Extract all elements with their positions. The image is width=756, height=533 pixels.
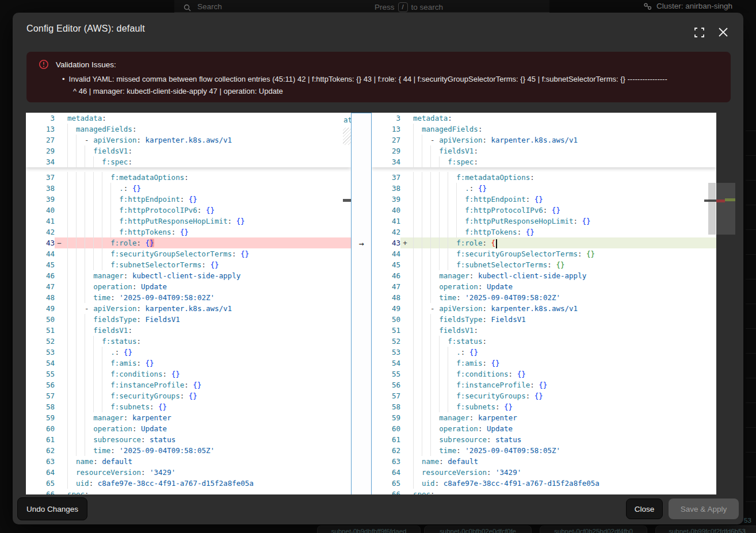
code-line-text[interactable]: fieldsType: FieldsV1 — [64, 314, 351, 325]
save-apply-button[interactable]: Save & Apply — [669, 499, 739, 519]
code-line-text[interactable]: f:securityGroupSelectorTerms: {} — [410, 248, 716, 259]
code-line-text[interactable]: fieldsV1: — [64, 145, 351, 156]
code-line-text[interactable]: metadata: — [410, 113, 716, 124]
code-line-text[interactable]: manager: karpenter — [64, 412, 351, 423]
code-line-text[interactable]: f:status: — [410, 336, 716, 347]
code-line-text[interactable]: metadata: — [64, 113, 351, 124]
code-line-text[interactable]: spec: — [410, 489, 716, 494]
code-line-text[interactable]: name: default — [410, 456, 716, 467]
code-line-text[interactable]: f:httpProtocolIPv6: {} — [64, 205, 351, 216]
undo-changes-button[interactable]: Undo Changes — [17, 497, 87, 520]
diff-editor[interactable]: 3metadata:13 managedFields:27 - apiVersi… — [26, 113, 716, 494]
code-line-text[interactable]: uid: c8afe97e-38cc-4f91-a767-d15f2a8fe05… — [410, 478, 716, 489]
code-line-text[interactable]: - apiVersion: karpenter.k8s.aws/v1 — [410, 135, 716, 145]
original-editor[interactable]: 3metadata:13 managedFields:27 - apiVersi… — [26, 113, 351, 494]
code-line-text[interactable]: subresource: status — [64, 434, 351, 445]
code-line-text[interactable]: f:httpTokens: {} — [64, 227, 351, 237]
code-line-text[interactable]: f:conditions: {} — [410, 369, 716, 379]
code-line-text[interactable]: time: '2025-09-04T09:58:02Z' — [64, 292, 351, 303]
fullscreen-button[interactable] — [692, 25, 707, 40]
code-line-text[interactable]: f:role: {} — [64, 237, 351, 248]
subnet-chip[interactable]: subnet-0cf0b25bd02df4fb0 — [540, 526, 647, 533]
code-line-text[interactable]: f:status: — [64, 336, 351, 347]
code-line-text[interactable]: manager: karpenter — [410, 412, 716, 423]
code-line-text[interactable]: managedFields: — [410, 124, 716, 135]
indent-guide — [422, 156, 422, 167]
code-line-text[interactable]: f:httpPutResponseHopLimit: {} — [64, 216, 351, 227]
code-line-text[interactable]: f:conditions: {} — [64, 369, 351, 379]
code-lines[interactable]: 37 f:metadataOptions:38 .: {}39 f:httpEn… — [26, 167, 351, 494]
code-line-text[interactable]: manager: kubectl-client-side-apply — [410, 270, 716, 281]
sticky-scroll[interactable]: 3metadata:13 managedFields:27 - apiVersi… — [372, 113, 716, 167]
modal-close-button[interactable] — [716, 25, 731, 40]
code-lines[interactable]: 37 f:metadataOptions:38 .: {}39 f:httpEn… — [372, 167, 716, 494]
code-line-text[interactable]: f:amis: {} — [64, 358, 351, 369]
modified-editor[interactable]: 3metadata:13 managedFields:27 - apiVersi… — [372, 113, 716, 494]
code-line-text[interactable]: operation: Update — [64, 281, 351, 292]
code-line-text[interactable]: operation: Update — [410, 281, 716, 292]
diff-marker — [55, 358, 64, 369]
code-line-text[interactable]: uid: c8afe97e-38cc-4f91-a767-d15f2a8fe05… — [64, 478, 351, 489]
code-line-text[interactable]: operation: Update — [64, 423, 351, 434]
code-line-text[interactable]: f:securityGroupSelectorTerms: {} — [64, 248, 351, 259]
code-line-text[interactable]: fieldsV1: — [410, 325, 716, 336]
code-line-text[interactable]: f:subnetSelectorTerms: {} — [64, 259, 351, 270]
indent-guide — [102, 237, 102, 248]
code-line-text[interactable]: .: {} — [410, 183, 716, 194]
code-line-text[interactable]: subresource: status — [410, 434, 716, 445]
code-line-text[interactable]: f:securityGroups: {} — [64, 390, 351, 401]
code-line-text[interactable]: - apiVersion: karpenter.k8s.aws/v1 — [64, 303, 351, 314]
code-line-text[interactable]: spec: — [64, 489, 351, 494]
global-search-box[interactable]: Search Press / to search — [174, 0, 549, 13]
code-line-text[interactable]: f:spec: — [64, 156, 351, 167]
code-line-text[interactable]: f:role: { — [410, 237, 716, 248]
code-line-text[interactable]: f:httpProtocolIPv6: {} — [410, 205, 716, 216]
code-line-text[interactable]: f:instanceProfile: {} — [64, 379, 351, 390]
cluster-indicator[interactable]: Cluster: anirban-singh — [643, 2, 732, 10]
code-line-text[interactable]: time: '2025-09-04T09:58:05Z' — [64, 445, 351, 456]
code-line-text[interactable]: - apiVersion: karpenter.k8s.aws/v1 — [64, 135, 351, 145]
code-line-text[interactable]: f:subnetSelectorTerms: {} — [410, 259, 716, 270]
code-line-text[interactable]: manager: kubectl-client-side-apply — [64, 270, 351, 281]
code-line-text[interactable]: .: {} — [64, 347, 351, 358]
code-line-text[interactable]: f:metadataOptions: — [64, 172, 351, 183]
sticky-scroll[interactable]: 3metadata:13 managedFields:27 - apiVersi… — [26, 113, 351, 167]
indent-guide — [76, 237, 77, 248]
code-line-text[interactable]: .: {} — [410, 347, 716, 358]
subnet-chip[interactable]: subnet-0c0bfb02e0dfcf0fe — [424, 526, 532, 533]
indent-guide — [67, 183, 68, 194]
code-line-text[interactable]: name: default — [64, 456, 351, 467]
code-line-text[interactable]: time: '2025-09-04T09:58:05Z' — [410, 445, 716, 456]
code-line-text[interactable]: fieldsType: FieldsV1 — [410, 314, 716, 325]
code-line-text[interactable]: - apiVersion: karpenter.k8s.aws/v1 — [410, 303, 716, 314]
code-line-text[interactable]: f:amis: {} — [410, 358, 716, 369]
code-line-text[interactable]: f:instanceProfile: {} — [410, 379, 716, 390]
code-line-text[interactable]: f:httpEndpoint: {} — [410, 194, 716, 205]
code-line-text[interactable]: fieldsV1: — [410, 145, 716, 156]
code-line-text[interactable]: f:metadataOptions: — [410, 172, 716, 183]
subnet-chip[interactable]: subnet-0b9dbfbff9f6fdaed — [317, 526, 421, 533]
close-button[interactable]: Close — [626, 499, 663, 519]
code-line-text[interactable]: fieldsV1: — [64, 325, 351, 336]
code-line-text[interactable]: .: {} — [64, 183, 351, 194]
code-line-text[interactable]: operation: Update — [410, 423, 716, 434]
diff-line: 46 manager: kubectl-client-side-apply — [26, 270, 351, 281]
code-line-text[interactable]: f:securityGroups: {} — [410, 390, 716, 401]
apply-change-arrow-button[interactable]: → — [352, 238, 371, 249]
code-line-text[interactable]: f:subnets: {} — [64, 401, 351, 412]
overview-ruler-slider[interactable] — [716, 183, 735, 235]
indent-guide — [430, 423, 431, 434]
diff-marker — [55, 478, 64, 489]
code-line-text[interactable]: f:httpPutResponseHopLimit: {} — [410, 216, 716, 227]
code-line-text[interactable]: resourceVersion: '3429' — [64, 467, 351, 478]
code-line-text[interactable]: time: '2025-09-04T09:58:02Z' — [410, 292, 716, 303]
code-line-text[interactable]: f:httpEndpoint: {} — [64, 194, 351, 205]
diff-marker — [55, 156, 64, 167]
code-line-text[interactable]: f:httpTokens: {} — [410, 227, 716, 237]
modified-editor-scrollbar-slider[interactable] — [708, 183, 716, 235]
code-line-text[interactable]: f:subnets: {} — [410, 401, 716, 412]
subnet-chip[interactable]: subnet-0b99fc0f2fdfd6b53 — [655, 526, 756, 533]
code-line-text[interactable]: f:spec: — [410, 156, 716, 167]
code-line-text[interactable]: resourceVersion: '3429' — [410, 467, 716, 478]
code-line-text[interactable]: managedFields: — [64, 124, 351, 135]
